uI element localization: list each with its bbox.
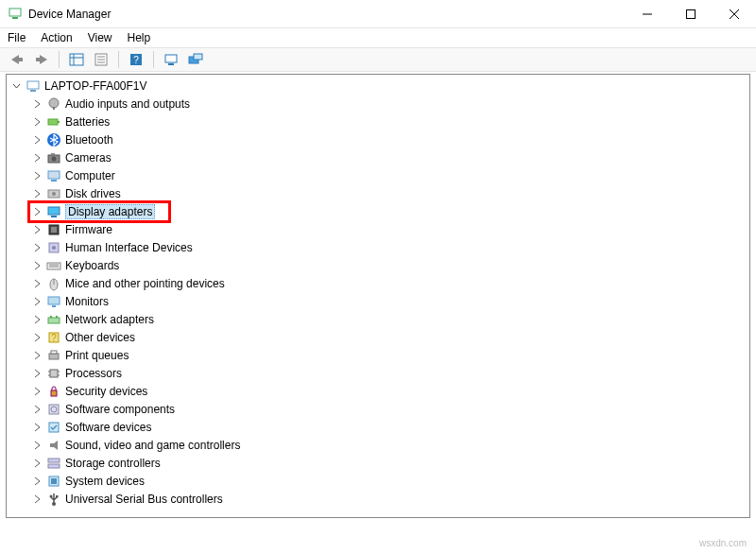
tree-item[interactable]: Monitors — [9, 292, 749, 310]
forward-button[interactable] — [30, 49, 53, 70]
maximize-button[interactable] — [669, 0, 713, 27]
expander-closed-icon[interactable] — [31, 458, 43, 469]
expander-open-icon[interactable] — [10, 80, 22, 92]
expander-closed-icon[interactable] — [31, 224, 43, 235]
expander-closed-icon[interactable] — [31, 206, 43, 217]
tree-item-label: Print queues — [65, 349, 129, 362]
expander-closed-icon[interactable] — [31, 170, 43, 182]
expander-closed-icon[interactable] — [31, 440, 43, 451]
svg-text:?: ? — [133, 55, 139, 65]
tree-root[interactable]: LAPTOP-FFA00F1V — [9, 77, 749, 95]
expander-closed-icon[interactable] — [31, 278, 43, 289]
tree-item[interactable]: Print queues — [9, 346, 749, 364]
tree-item-label: Universal Serial Bus controllers — [65, 493, 223, 506]
expander-closed-icon[interactable] — [31, 260, 43, 271]
expander-closed-icon[interactable] — [31, 493, 43, 505]
tree-item[interactable]: Firmware — [9, 220, 749, 238]
tree-item-label: Software components — [65, 403, 175, 416]
tree-item-label: Security devices — [65, 385, 147, 398]
menu-file[interactable]: File — [8, 31, 26, 44]
expander-closed-icon[interactable] — [31, 152, 43, 164]
toolbar-separator — [153, 51, 154, 68]
tree-item[interactable]: Sound, video and game controllers — [9, 436, 749, 454]
watermark: wsxdn.com — [699, 538, 747, 548]
tree-item[interactable]: Audio inputs and outputs — [9, 95, 749, 113]
menu-action[interactable]: Action — [41, 31, 72, 44]
tree-item[interactable]: System devices — [9, 472, 749, 490]
window-controls — [626, 0, 756, 27]
tree-item[interactable]: Human Interface Devices — [9, 238, 749, 256]
tree-item[interactable]: Software components — [9, 400, 749, 418]
tree-item[interactable]: Security devices — [9, 382, 749, 400]
expander-closed-icon[interactable] — [31, 116, 43, 128]
menu-help[interactable]: Help — [128, 31, 151, 44]
tree-item[interactable]: Batteries — [9, 113, 749, 130]
tree-item[interactable]: Universal Serial Bus controllers — [9, 490, 749, 508]
expander-closed-icon[interactable] — [31, 134, 43, 146]
device-tree[interactable]: LAPTOP-FFA00F1V Audio inputs and outputs… — [6, 74, 750, 518]
show-hide-console-button[interactable] — [65, 49, 88, 70]
back-button[interactable] — [6, 49, 28, 70]
expander-closed-icon[interactable] — [31, 98, 43, 110]
svg-rect-22 — [30, 90, 36, 92]
expander-closed-icon[interactable] — [31, 476, 43, 487]
expander-closed-icon[interactable] — [31, 296, 43, 307]
processor-icon — [46, 366, 61, 381]
app-icon — [8, 7, 23, 22]
devices-printers-button[interactable] — [184, 49, 207, 70]
expander-closed-icon[interactable] — [31, 368, 43, 379]
tree-item[interactable]: Mice and other pointing devices — [9, 274, 749, 292]
tree-item[interactable]: Storage controllers — [9, 454, 749, 472]
monitor-icon — [46, 294, 61, 309]
tree-item[interactable]: Processors — [9, 364, 749, 382]
tree-item-label: Monitors — [65, 295, 109, 308]
tree-item-label: Disk drives — [65, 187, 121, 200]
expander-closed-icon[interactable] — [31, 404, 43, 415]
expander-closed-icon[interactable] — [31, 242, 43, 253]
expander-closed-icon[interactable] — [31, 332, 43, 343]
toolbar-separator — [118, 51, 119, 68]
expander-closed-icon[interactable] — [31, 386, 43, 397]
tree-item-label: Processors — [65, 367, 122, 380]
toolbar: ? — [0, 47, 756, 72]
expander-closed-icon[interactable] — [31, 422, 43, 433]
system-icon — [46, 474, 61, 489]
tree-item[interactable]: Display adapters — [9, 202, 749, 220]
tree-item[interactable]: Bluetooth — [9, 130, 749, 148]
other-devices-icon — [46, 330, 61, 345]
tree-item[interactable]: Computer — [9, 166, 749, 184]
mouse-icon — [46, 276, 61, 291]
tree-item-label: Other devices — [65, 331, 135, 344]
tree-item-label: Cameras — [65, 151, 112, 164]
svg-rect-18 — [168, 63, 174, 65]
expander-closed-icon[interactable] — [31, 314, 43, 325]
tree-item[interactable]: Other devices — [9, 328, 749, 346]
minimize-button[interactable] — [626, 0, 669, 27]
properties-button[interactable] — [90, 49, 112, 70]
menu-view[interactable]: View — [88, 31, 112, 44]
tree-item-label: Mice and other pointing devices — [65, 277, 225, 290]
usb-icon — [46, 492, 61, 507]
tree-item[interactable]: Keyboards — [9, 256, 749, 274]
camera-icon — [46, 150, 61, 165]
display-icon — [46, 204, 61, 219]
close-button[interactable] — [713, 0, 756, 27]
scan-hardware-button[interactable] — [160, 49, 182, 70]
tree-item[interactable]: Cameras — [9, 148, 749, 166]
sound-icon — [46, 438, 61, 453]
computer-icon — [46, 168, 61, 183]
tree-item[interactable]: Software devices — [9, 418, 749, 436]
svg-rect-3 — [687, 9, 696, 18]
expander-closed-icon[interactable] — [31, 188, 43, 199]
tree-item[interactable]: Disk drives — [9, 184, 749, 202]
hid-icon — [46, 240, 61, 255]
svg-rect-0 — [9, 9, 21, 16]
tree-item[interactable]: Network adapters — [9, 310, 749, 328]
help-button[interactable]: ? — [125, 49, 147, 70]
expander-closed-icon[interactable] — [31, 350, 43, 361]
network-icon — [46, 312, 61, 327]
audio-icon — [46, 96, 61, 112]
tree-item-label: Software devices — [65, 421, 151, 434]
printer-icon — [46, 348, 61, 363]
firmware-icon — [46, 222, 61, 237]
